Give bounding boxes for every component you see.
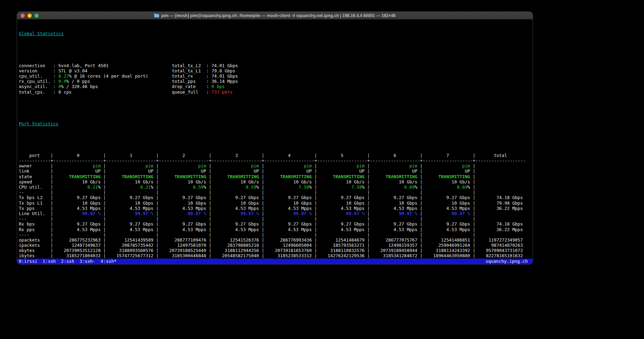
table-row-Tx-bps-L1: Tx bps L1|10 Gbps|10 Gbps|10 Gbps|10 Gbp… bbox=[19, 200, 533, 206]
tmux-window[interactable]: 2:ssh bbox=[61, 259, 74, 264]
stat-total-tx-L1: total_tx_L1: 79.8 Gbps bbox=[172, 68, 235, 73]
table-row-Line-Util-: Line Util.|99.97 %|99.97 %|99.97 %|99.97… bbox=[19, 211, 533, 216]
tmux-window[interactable]: 3:ssh- bbox=[79, 259, 95, 264]
table-row-Rx-pps: Rx pps|4.53 Mpps|4.53 Mpps|4.53 Mpps|4.5… bbox=[19, 227, 533, 232]
table-row-ipackets: ipackets|12497349637|208785735442|124975… bbox=[19, 243, 533, 248]
tmux-window[interactable]: 4:ssh* bbox=[101, 259, 117, 264]
stat-total-pps: total_pps: 36.14 Mpps bbox=[172, 79, 238, 84]
traffic-lights bbox=[21, 14, 39, 18]
window-title: pim — [mosh] pim@squanchy.ipng.ch: /home… bbox=[17, 12, 533, 19]
stat-total-tx-L2: total_tx_L2: 74.01 Gbps bbox=[172, 63, 238, 68]
global-stat-line: connection: hvn4.lab, Port 4501total_tx_… bbox=[19, 63, 533, 68]
global-stat-line: async_util.: 0% / 320.46 bpsdrop_rate: 0… bbox=[19, 84, 533, 89]
stat-drop-rate: drop_rate: 0 bps bbox=[172, 84, 225, 89]
table-row-obytes: obytes|20739053512128|3188093560576|2073… bbox=[19, 248, 533, 253]
terminal-content[interactable]: Global Statistics connection: hvn4.lab, … bbox=[17, 19, 533, 259]
table-row-opackets: opackets|286775232963|12541439509|286777… bbox=[19, 237, 533, 243]
table-row-state: state|TRANSMITTING|TRANSMITTING|TRANSMIT… bbox=[19, 174, 533, 179]
table-header-row: port|0|1|2|3|4|5|6|7|total bbox=[19, 153, 533, 158]
table-row-speed: speed|10 Gb/s|10 Gb/s|10 Gb/s|10 Gb/s|10… bbox=[19, 179, 533, 184]
blank-line bbox=[19, 47, 533, 52]
table-separator: ------------+-------------------+-------… bbox=[19, 158, 533, 163]
stat-cpu-util-: cpu_util.: 8.27% @ 16 cores (4 per dual … bbox=[19, 73, 148, 79]
global-stat-line: version: STL @ v3.04total_tx_L1: 79.8 Gb… bbox=[19, 68, 533, 73]
global-statistics-heading: Global Statistics bbox=[19, 31, 533, 36]
stat-async-util-: async_util.: 0% / 320.46 bps bbox=[19, 84, 98, 89]
table-row-owner: owner|pim|pim|pim|pim|pim|pim|pim|pim| bbox=[19, 163, 533, 168]
close-button[interactable] bbox=[21, 14, 25, 18]
stat-total-rx: total_rx: 74.01 Gbps bbox=[172, 73, 238, 79]
stat-total-cps-: total_cps.: 0 cps bbox=[19, 89, 72, 95]
tmux-window[interactable]: 1:ssh bbox=[42, 259, 56, 264]
table-row-CPU-util-: CPU util.|8.21%|8.21%|8.59%|8.59%|7.58%|… bbox=[19, 184, 533, 190]
stat-version: version: STL @ v3.04 bbox=[19, 68, 87, 73]
table-row--: --||||||||| bbox=[19, 190, 533, 195]
table-row--: ---||||||||| bbox=[19, 216, 533, 221]
global-stat-line: total_cps.: 0 cpsqueue_full: 737 pkts bbox=[19, 89, 533, 95]
folder-icon bbox=[154, 14, 159, 17]
tmux-statusbar: 0:irssi 1:ssh 2:ssh 3:ssh- 4:ssh* squanc… bbox=[17, 259, 533, 264]
table-row-ibytes: ibytes|3185271804032|15747725677312|3185… bbox=[19, 253, 533, 258]
window-title-text: pim — [mosh] pim@squanchy.ipng.ch: /home… bbox=[161, 13, 395, 18]
port-statistics-heading: Port Statistics bbox=[19, 121, 533, 126]
tmux-hostname: squanchy.ipng.ch bbox=[486, 259, 528, 264]
table-row-Rx-bps: Rx bps|9.27 Gbps|9.27 Gbps|9.27 Gbps|9.2… bbox=[19, 221, 533, 227]
table-row-Tx-bps-L2: Tx bps L2|9.27 Gbps|9.27 Gbps|9.27 Gbps|… bbox=[19, 195, 533, 200]
table-row-Tx-pps: Tx pps|4.53 Mpps|4.53 Mpps|4.53 Mpps|4.5… bbox=[19, 206, 533, 211]
stat-connection: connection: hvn4.lab, Port 4501 bbox=[19, 63, 109, 68]
global-stat-line: cpu_util.: 8.27% @ 16 cores (4 per dual … bbox=[19, 73, 533, 79]
terminal-window: pim — [mosh] pim@squanchy.ipng.ch: /home… bbox=[17, 11, 533, 265]
tmux-windows: 0:irssi 1:ssh 2:ssh 3:ssh- 4:ssh* bbox=[19, 259, 117, 264]
stat-rx-cpu-util-: rx_cpu_util.: 0.0% / 0 pps bbox=[19, 79, 90, 84]
global-stats-lines: connection: hvn4.lab, Port 4501total_tx_… bbox=[19, 63, 533, 95]
minimize-button[interactable] bbox=[28, 14, 32, 18]
global-stat-line: rx_cpu_util.: 0.0% / 0 ppstotal_pps: 36.… bbox=[19, 79, 533, 84]
stat-queue-full: queue_full: 737 pkts bbox=[172, 89, 233, 95]
blank-line bbox=[19, 105, 533, 110]
table-row--: ----||||||||| bbox=[19, 232, 533, 237]
table-row-link: link|UP|UP|UP|UP|UP|UP|UP|UP| bbox=[19, 168, 533, 174]
zoom-button[interactable] bbox=[34, 14, 39, 18]
tmux-window[interactable]: 0:irssi bbox=[19, 259, 37, 264]
blank-line bbox=[19, 137, 533, 142]
window-titlebar[interactable]: pim — [mosh] pim@squanchy.ipng.ch: /home… bbox=[17, 12, 533, 19]
port-table: port|0|1|2|3|4|5|6|7|total------------+-… bbox=[19, 153, 533, 259]
